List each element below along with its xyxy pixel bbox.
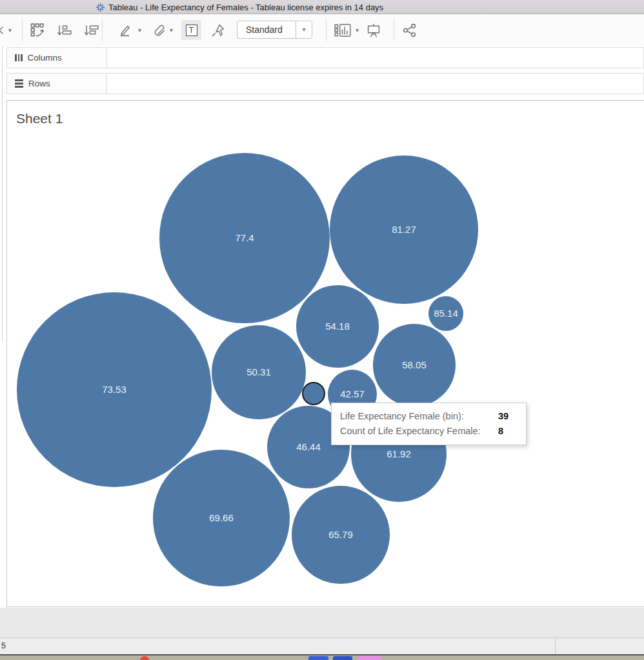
window-titlebar: Tableau - Life Expectancy of Females - T…: [0, 0, 644, 14]
fit-selector[interactable]: Standard ▾: [237, 21, 312, 39]
toolbar-divider: [102, 19, 103, 41]
tooltip-row: Life Expectancy Female (bin): 39: [340, 409, 518, 424]
swap-rows-columns-button[interactable]: [30, 14, 47, 46]
tooltip-value: 39: [498, 409, 508, 424]
attach-button[interactable]: [152, 14, 166, 46]
rows-shelf[interactable]: Rows: [6, 73, 644, 94]
bubble-label: 46.44: [296, 441, 321, 452]
bubble-label: 81.27: [392, 224, 416, 235]
tooltip-value: 8: [498, 424, 503, 439]
bubble-label: 65.79: [328, 529, 353, 540]
columns-shelf[interactable]: Columns: [6, 47, 644, 68]
pin-icon: [211, 23, 225, 37]
tooltip-label: Life Expectancy Female (bin):: [340, 409, 498, 424]
bubble-label: 77.4: [235, 232, 254, 243]
status-divider: [555, 638, 556, 655]
fix-axes-button[interactable]: [211, 14, 225, 46]
columns-shelf-label: Columns: [7, 48, 107, 68]
bubble-mark-hovered[interactable]: [303, 383, 325, 405]
rows-icon: [15, 79, 23, 88]
clear-x-icon: [0, 25, 5, 35]
left-pane-edge: [2, 46, 3, 343]
sheet-canvas[interactable]: 77.481.2785.1454.1858.0550.3142.5773.534…: [6, 100, 644, 607]
sort-ascending-icon: [57, 24, 72, 37]
rows-shelf-dropzone[interactable]: [107, 74, 643, 94]
sort-descending-button[interactable]: [84, 14, 99, 46]
fit-selector-caret[interactable]: ▾: [296, 21, 312, 38]
bottom-band: [0, 608, 644, 637]
status-text: 5: [1, 641, 6, 650]
tableau-logo-icon: [96, 3, 105, 12]
window-title: Tableau - Life Expectancy of Females - T…: [108, 3, 383, 12]
paperclip-icon: [152, 23, 166, 37]
swap-axes-icon: [30, 23, 47, 37]
highlight-dropdown[interactable]: ▾: [138, 14, 141, 46]
sort-ascending-button[interactable]: [57, 14, 72, 46]
toolbar-divider: [22, 19, 23, 41]
tooltip: Life Expectancy Female (bin): 39 Count o…: [331, 403, 527, 445]
bubble-label: 54.18: [325, 321, 350, 332]
toolbar-divider: [394, 19, 394, 41]
columns-shelf-dropzone[interactable]: [107, 48, 643, 68]
dock-pink-app-icon[interactable]: [357, 656, 381, 660]
attach-dropdown[interactable]: ▾: [170, 14, 173, 46]
packed-bubble-chart: 77.481.2785.1454.1858.0550.3142.5773.534…: [7, 101, 644, 608]
bubble-label: 85.14: [434, 308, 458, 319]
bubble-label: 69.66: [209, 512, 234, 523]
clear-sheet-dropdown[interactable]: ▾: [8, 14, 12, 46]
share-button[interactable]: [401, 14, 417, 46]
sheet-title: Sheet 1: [16, 111, 63, 126]
presentation-easel-icon: [365, 23, 382, 37]
bubble-label: 58.05: [402, 359, 427, 370]
bubble-label: 50.31: [247, 366, 271, 377]
tooltip-row: Count of Life Expectancy Female: 8: [340, 424, 518, 439]
tableau-window: Tableau - Life Expectancy of Females - T…: [0, 0, 644, 660]
sort-descending-icon: [84, 24, 99, 37]
show-me-icon: [334, 23, 352, 37]
presentation-mode-button[interactable]: [365, 14, 382, 46]
dock-blue-app-icon[interactable]: [333, 656, 352, 660]
chevron-down-icon: ▾: [302, 26, 305, 33]
dock-blue-app-icon[interactable]: [308, 656, 328, 660]
show-mark-labels-button[interactable]: T: [181, 14, 201, 46]
tooltip-label: Count of Life Expectancy Female:: [340, 424, 498, 439]
show-me-dropdown[interactable]: ▾: [356, 14, 359, 46]
toolbar-divider: [326, 19, 327, 41]
dock-red-app-icon[interactable]: [140, 656, 149, 660]
clear-sheet-button[interactable]: [0, 14, 5, 46]
bubble-label: 42.57: [340, 388, 365, 399]
highlight-button[interactable]: [118, 14, 132, 46]
fit-selector-value: Standard: [237, 25, 296, 35]
status-bar: 5: [0, 637, 644, 654]
bubble-label: 61.92: [387, 448, 411, 459]
toolbar: ▾: [0, 14, 644, 46]
show-me-button[interactable]: [334, 14, 352, 46]
bubble-label: 73.53: [102, 384, 126, 395]
text-label-icon: T: [186, 25, 197, 36]
rows-shelf-label: Rows: [7, 74, 107, 94]
columns-icon: [15, 54, 23, 61]
highlighter-pen-icon: [118, 24, 132, 37]
share-icon: [401, 23, 417, 38]
